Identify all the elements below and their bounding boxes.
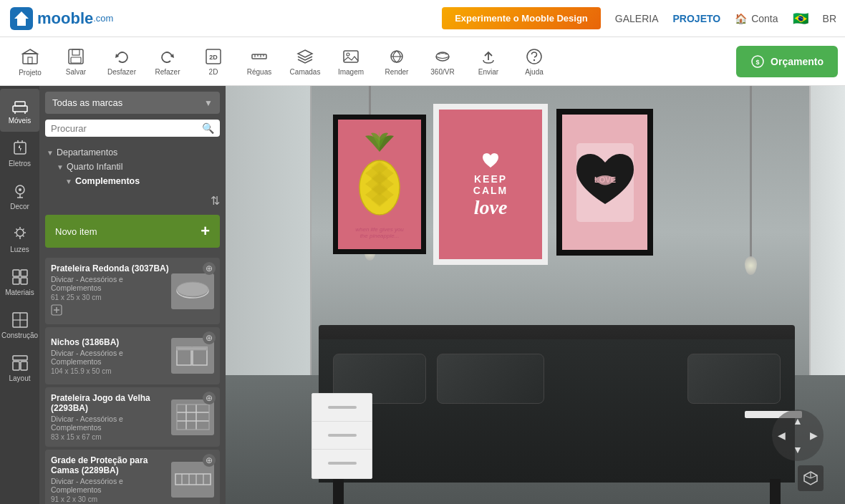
product-name: Nichos (3186BA) — [51, 337, 171, 347]
svg-line-44 — [16, 229, 17, 231]
light-cord-right — [750, 86, 752, 258]
pillow-center — [437, 354, 544, 404]
product-item[interactable]: Grade de Proteção para Camas (2289BA) Di… — [45, 450, 220, 504]
sidebar-item-eletros[interactable]: Eletros — [0, 132, 39, 175]
toolbar-2d[interactable]: 2D 2D — [190, 40, 236, 83]
main-area: Móveis Eletros Decor — [0, 86, 845, 504]
love-text: love — [474, 196, 508, 219]
svg-rect-2 — [23, 54, 37, 64]
product-brand: Divicar - Acessórios e Complementos — [51, 415, 171, 432]
svg-point-62 — [177, 282, 208, 296]
sidebar-item-decor[interactable]: Decor — [0, 175, 39, 218]
product-info: Prateleira Redonda (3037BA) Divicar - Ac… — [51, 263, 171, 319]
canvas-area[interactable]: when life gives youthe pineapple... KEEP… — [226, 86, 845, 504]
product-size: 91 x 2 x 30 cm — [51, 495, 171, 503]
nav-up-arrow[interactable]: ▲ — [793, 415, 803, 427]
header: mooble .com Experimente o Mooble Design … — [0, 0, 845, 37]
svg-rect-32 — [14, 142, 26, 154]
nav-galeria[interactable]: GALERIA — [615, 13, 659, 24]
luzes-label: Luzes — [10, 246, 29, 253]
frame-love: LOVE — [556, 109, 653, 256]
pillow-right — [687, 354, 781, 404]
product-item[interactable]: Nichos (3186BA) Divicar - Acessórios e C… — [45, 327, 220, 384]
svg-line-81 — [804, 475, 811, 478]
product-expand-icon[interactable]: ⊕ — [203, 331, 216, 344]
product-size: 61 x 25 x 30 cm — [51, 294, 171, 301]
language-label[interactable]: BR — [823, 13, 836, 24]
frame-pineapple: when life gives youthe pineapple... — [333, 115, 426, 254]
cube-button[interactable] — [798, 465, 824, 491]
product-info: Grade de Proteção para Camas (2289BA) Di… — [51, 455, 171, 503]
brand-select[interactable]: Todas as marcas ▼ — [45, 92, 220, 114]
toolbar-projeto[interactable]: Projeto — [7, 40, 53, 83]
imagem-icon — [342, 47, 360, 66]
nav-right-arrow[interactable]: ▶ — [810, 430, 818, 441]
svg-rect-49 — [21, 270, 27, 276]
calm-text: CALM — [473, 185, 508, 196]
toolbar-ajuda[interactable]: Ajuda — [511, 40, 557, 83]
bed-leg-right — [770, 479, 781, 504]
tree-complementos[interactable]: ▼ Complementos — [45, 174, 220, 188]
category-tree: ▼ Departamentos ▼ Quarto Infantil ▼ Comp… — [39, 142, 226, 191]
product-brand: Divicar - Acessórios e Complementos — [51, 349, 171, 366]
toolbar-refazer[interactable]: Refazer — [145, 40, 190, 83]
nav-circle[interactable]: ▲ ▼ ◀ ▶ — [772, 410, 824, 461]
product-name: Prateleira Jogo da Velha (2293BA) — [51, 393, 171, 413]
toolbar-render[interactable]: Render — [374, 40, 420, 83]
toolbar-camadas[interactable]: Camadas — [282, 40, 328, 83]
product-brand: Divicar - Acessórios e Complementos — [51, 275, 171, 292]
pineapple-image — [351, 130, 408, 223]
nav-down-arrow[interactable]: ▼ — [793, 444, 803, 455]
toolbar-360vr[interactable]: 360/VR — [420, 40, 465, 83]
header-nav: GALERIA PROJETO 🏠 Conta 🇧🇷 BR — [615, 11, 836, 26]
logo-house-icon — [9, 6, 34, 32]
logo-text: mooble — [37, 9, 93, 28]
construcao-icon — [11, 311, 29, 329]
tree-quarto-infantil[interactable]: ▼ Quarto Infantil — [45, 160, 220, 174]
toolbar-salvar[interactable]: Salvar — [53, 40, 99, 83]
toolbar-reguas[interactable]: Réguas — [236, 40, 282, 83]
svg-point-24 — [527, 49, 541, 64]
product-image — [171, 462, 214, 498]
svg-rect-55 — [13, 356, 27, 360]
svg-line-45 — [23, 236, 24, 237]
sidebar-item-materiais[interactable]: Materiais — [0, 261, 39, 304]
product-name: Prateleira Redonda (3037BA) — [51, 263, 171, 273]
nightstand-left — [312, 393, 372, 479]
nav-conta[interactable]: 🏠 Conta — [735, 13, 778, 24]
frame-caption: when life gives youthe pineapple... — [355, 226, 404, 239]
product-item[interactable]: Prateleira Jogo da Velha (2293BA) Divica… — [45, 387, 220, 447]
new-item-plus-icon: + — [201, 222, 210, 241]
product-expand-icon[interactable]: ⊕ — [203, 392, 216, 404]
luzes-icon — [11, 225, 29, 243]
search-input[interactable] — [51, 123, 202, 134]
projeto-label: Projeto — [19, 69, 42, 77]
product-image — [171, 273, 214, 309]
sidebar-item-construcao[interactable]: Construção — [0, 304, 39, 346]
new-item-label: Novo item — [55, 226, 97, 237]
product-brand: Divicar - Acessórios e Complementos — [51, 477, 171, 494]
svg-rect-18 — [344, 51, 358, 62]
layout-icon — [11, 354, 29, 372]
bedroom-scene: when life gives youthe pineapple... KEEP… — [226, 86, 845, 504]
toolbar-desfazer[interactable]: Desfazer — [99, 40, 145, 83]
new-item-button[interactable]: Novo item + — [45, 215, 220, 248]
tree-departamentos[interactable]: ▼ Departamentos — [45, 145, 220, 160]
toolbar-enviar[interactable]: Enviar — [465, 40, 511, 83]
bed-body — [319, 339, 795, 483]
360vr-icon — [433, 47, 452, 66]
product-item[interactable]: Prateleira Redonda (3037BA) Divicar - Ac… — [45, 258, 220, 324]
heart-white — [480, 150, 501, 170]
toolbar-imagem[interactable]: Imagem — [328, 40, 374, 83]
experiment-button[interactable]: Experimente o Mooble Design — [442, 7, 601, 29]
nav-left-arrow[interactable]: ◀ — [778, 430, 786, 441]
product-expand-icon[interactable]: ⊕ — [203, 262, 216, 275]
sidebar-item-luzes[interactable]: Luzes — [0, 218, 39, 261]
product-expand-icon[interactable]: ⊕ — [203, 454, 216, 467]
sidebar-item-layout[interactable]: Layout — [0, 346, 39, 389]
nav-projeto[interactable]: PROJETO — [673, 13, 721, 24]
budget-button[interactable]: $ Orçamento — [736, 46, 838, 77]
sort-icon[interactable]: ⇅ — [211, 194, 220, 208]
moveis-icon — [11, 96, 29, 115]
sidebar-item-moveis[interactable]: Móveis — [0, 89, 39, 132]
